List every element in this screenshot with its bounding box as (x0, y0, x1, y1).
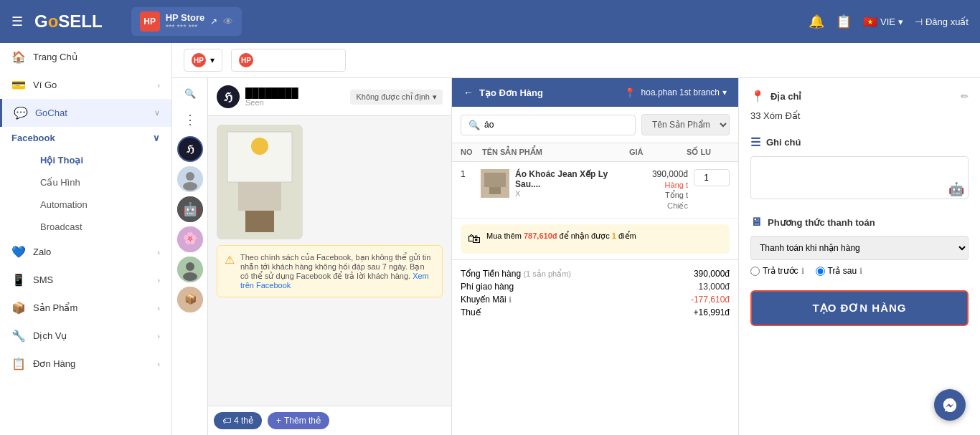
sidebar-item-vigo[interactable]: 💳 Ví Go › (0, 71, 171, 99)
chat-avatar-robot[interactable]: 🤖 (177, 196, 203, 222)
promo-info-icon: ℹ (509, 295, 512, 304)
order-header-right: 📍 hoa.phan 1st branch ▾ (624, 87, 727, 98)
sidebar-item-donhang[interactable]: 📋 Đơn Hàng › (0, 350, 171, 378)
tag-label: 4 thẻ (234, 416, 253, 426)
language-selector[interactable]: 🇻🇳 VIE ▾ (863, 15, 903, 29)
order-summary: Tổng Tiền hàng (1 sản phẩm) 390,000đ Phí… (452, 259, 738, 329)
product-icon: 📦 (11, 301, 26, 315)
address-edit-icon[interactable]: ✏ (961, 91, 969, 102)
chat-order-area: 🔍 ⋮ ℌ 🤖 🌸 📦 (172, 78, 980, 435)
logo-text: GoSELL (34, 11, 103, 32)
sidebar-item-automation[interactable]: Automation (40, 193, 171, 216)
summary-promo-row: Khuyến Mãi ℹ -177,610đ (461, 295, 730, 305)
chat-user-name: ████████ (245, 87, 344, 98)
buy-more-price: 787,610đ (524, 231, 557, 240)
svg-point-11 (183, 272, 197, 281)
filter-dropdown-2[interactable]: HP (231, 49, 346, 72)
svg-text:🌸: 🌸 (183, 231, 197, 245)
branch-selector[interactable]: hoa.phan 1st branch ▾ (641, 87, 727, 97)
assign-chevron-icon: ▾ (433, 92, 437, 102)
payment-options: Trả trước ℹ Trả sau ℹ (750, 266, 969, 276)
order-title-label: Tạo Đơn Hàng (479, 87, 543, 98)
sidebar-label-dichvu: Dịch Vụ (33, 330, 67, 341)
facebook-subitems: Hội Thoại Cấu Hình Automation Broadcast (11, 149, 171, 238)
warning-text: Theo chính sách của Facebook, bạn không … (240, 253, 435, 290)
service-icon: 🔧 (11, 329, 26, 343)
summary-total-row: Tổng Tiền hàng (1 sản phẩm) 390,000đ (461, 269, 730, 279)
store-section[interactable]: HP HP Store *** *** *** ↗ 👁 (131, 7, 242, 36)
sidebar-item-hoithoai[interactable]: Hội Thoại (40, 149, 171, 171)
clipboard-icon[interactable]: 📋 (836, 14, 852, 29)
chat-avatar-person[interactable] (177, 166, 203, 192)
facebook-header[interactable]: Facebook ∨ (11, 127, 171, 149)
svg-point-10 (186, 262, 194, 271)
warning-box: ⚠ Theo chính sách của Facebook, bạn khôn… (217, 245, 443, 297)
cauhinh-label: Cấu Hình (40, 177, 80, 188)
sidebar-item-trangchu[interactable]: 🏠 Trang Chủ (0, 43, 171, 71)
sidebar-item-dichvu[interactable]: 🔧 Dịch Vụ › (0, 322, 171, 350)
chat-filter-icon[interactable]: ⋮ (179, 107, 201, 132)
total-count: (1 sản phẩm) (523, 269, 571, 278)
payment-header: 🖥 Phương thức thanh toán (750, 216, 969, 229)
content-area: HP ▾ HP 🔍 ⋮ ℌ 🤖 (172, 43, 980, 435)
store-stars: *** *** *** (166, 23, 205, 32)
sidebar-item-sanpham[interactable]: 📦 Sản Phẩm › (0, 294, 171, 322)
sidebar-item-gochat[interactable]: 💬 GoChat ∨ (0, 99, 171, 127)
product-search-input[interactable] (484, 120, 628, 130)
filter-avatar-1: HP (192, 53, 206, 67)
buy-more-points: 1 (612, 231, 616, 240)
promo-value: -177,610đ (691, 295, 730, 305)
sidebar-label-donhang: Đơn Hàng (33, 358, 75, 369)
sidebar-item-cauhinh[interactable]: Cấu Hình (40, 171, 171, 193)
pay-after-option[interactable]: Trả sau ℹ (816, 266, 863, 276)
pay-before-radio[interactable] (750, 267, 760, 276)
note-textarea[interactable] (750, 156, 969, 199)
buy-more-text: Mua thêm 787,610đ để nhận được 1 điểm (486, 231, 636, 241)
svg-text:ℌ: ℌ (185, 143, 194, 155)
sidebar-item-broadcast[interactable]: Broadcast (40, 216, 171, 238)
chat-search-icon[interactable]: 🔍 (180, 84, 200, 103)
hamburger-icon[interactable]: ☰ (11, 14, 23, 29)
address-section: 📍 Địa chỉ ✏ 33 Xóm Đất (750, 90, 969, 121)
filter-dropdown-1[interactable]: HP ▾ (184, 49, 222, 72)
col-name: TÊN SẢN PHẨM (482, 148, 629, 157)
create-order-button[interactable]: TẠO ĐƠN HÀNG (750, 290, 969, 326)
product-price: 390,000đ (638, 169, 688, 179)
pay-before-option[interactable]: Trả trước ℹ (750, 266, 804, 276)
right-panel: 📍 Địa chỉ ✏ 33 Xóm Đất ☰ Ghi chú (739, 78, 980, 435)
chat-avatar-flowers[interactable]: 🌸 (177, 226, 203, 252)
sidebar-label-sanpham: Sản Phẩm (33, 302, 77, 313)
summary-tax-row: Thuế +16,991đ (461, 307, 730, 317)
product-name: Áo Khoác Jean Xếp Ly Sau.... (515, 169, 632, 189)
store-name: HP Store (166, 12, 205, 23)
chat-avatar-person2[interactable] (177, 257, 203, 282)
sidebar-item-zalo[interactable]: 💙 Zalo › (0, 238, 171, 266)
chat-user-avatar: ℌ (217, 85, 240, 108)
sms-icon: 📱 (11, 273, 26, 287)
pay-after-radio[interactable] (816, 267, 825, 276)
sidebar-item-sms[interactable]: 📱 SMS › (0, 266, 171, 294)
assign-dropdown[interactable]: Không được chỉ định ▾ (350, 90, 443, 105)
order-search-bar: 🔍 Tên Sản Phẩm (452, 107, 738, 143)
sms-chevron-icon: › (157, 276, 160, 285)
address-title-label: Địa chỉ (771, 91, 801, 102)
add-tag-button[interactable]: + Thêm thẻ (268, 412, 329, 429)
messenger-floating-button[interactable] (934, 389, 966, 421)
payment-method-select[interactable]: Thanh toán khi nhận hàng (750, 236, 969, 260)
chat-avatar-h[interactable]: ℌ (177, 136, 203, 162)
tag-button[interactable]: 🏷 4 thẻ (214, 412, 262, 429)
svg-text:🤖: 🤖 (182, 201, 199, 217)
product-remove[interactable]: X (515, 189, 632, 198)
image-message (217, 125, 443, 239)
col-qty: SỐ LU (687, 148, 730, 157)
dichvu-chevron-icon: › (157, 332, 160, 340)
chat-avatar-product[interactable]: 📦 (177, 287, 203, 312)
sidebar-label-trangchu: Trang Chủ (33, 52, 77, 62)
chat-icon: 💬 (14, 106, 28, 120)
order-title: ← Tạo Đơn Hàng (463, 87, 543, 98)
sanpham-chevron-icon: › (157, 304, 160, 312)
product-filter-select[interactable]: Tên Sản Phẩm (641, 114, 730, 135)
logout-button[interactable]: ⊣ Đăng xuất (915, 16, 969, 27)
qty-input[interactable] (694, 169, 730, 186)
bell-icon[interactable]: 🔔 (809, 14, 824, 29)
